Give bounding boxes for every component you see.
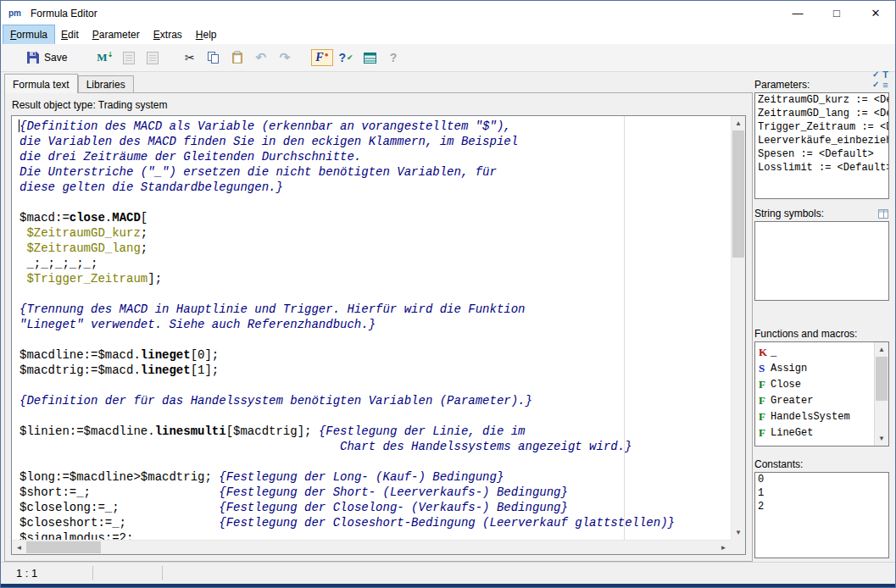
menu-item-parameter[interactable]: Parameter bbox=[86, 25, 147, 44]
constant-item[interactable]: 2 bbox=[755, 500, 888, 513]
function-item[interactable]: K_ bbox=[755, 344, 874, 360]
toolbar: Save M⇣ ✂ bbox=[1, 44, 895, 72]
tab-strip: Formula text Libraries bbox=[4, 74, 754, 92]
save-label: Save bbox=[44, 52, 67, 64]
functions-scrollbar[interactable]: ▲ ▼ bbox=[874, 342, 888, 446]
parameter-item[interactable]: Trigger_Zeitraum := <Default> bbox=[755, 120, 888, 134]
save-button[interactable]: Save bbox=[23, 47, 70, 69]
maximize-button[interactable]: □ bbox=[817, 1, 856, 25]
scroll-left-arrow-icon[interactable]: ◄ bbox=[12, 541, 26, 554]
editor-vertical-scrollbar[interactable]: ▲ ▼ bbox=[731, 116, 745, 540]
functions-scroll-thumb[interactable] bbox=[876, 357, 888, 401]
scroll-up-arrow-icon[interactable]: ▲ bbox=[732, 116, 745, 130]
insert-doc-icon-disabled bbox=[123, 52, 135, 64]
library-grid-icon bbox=[364, 53, 376, 64]
function-item-label: Close bbox=[771, 379, 801, 391]
functions-scroll-down-icon[interactable]: ▼ bbox=[875, 431, 888, 446]
window-controls: — □ ✕ bbox=[778, 1, 895, 25]
parameters-text-icon[interactable]: T≡ bbox=[882, 69, 888, 90]
status-separator bbox=[92, 566, 93, 580]
help-button: ? bbox=[383, 47, 404, 69]
formula-editor-window: pm Formula Editor — □ ✕ FormulaEditParam… bbox=[0, 0, 896, 588]
function-item[interactable]: FHandelsSystem bbox=[755, 408, 874, 424]
app-icon: pm bbox=[8, 8, 25, 18]
formula-check-button[interactable]: F● bbox=[311, 47, 332, 69]
status-separator bbox=[162, 566, 163, 580]
functions-list-items: K_SAssignFCloseFGreaterFHandelsSystemFLi… bbox=[755, 342, 874, 446]
scrollbar-corner bbox=[731, 540, 745, 554]
tab-area: Formula text Libraries Result object typ… bbox=[1, 72, 754, 562]
paste-button[interactable] bbox=[226, 47, 248, 69]
horizontal-scroll-track[interactable] bbox=[26, 541, 716, 554]
syntax-check-button[interactable]: ?✔ bbox=[336, 47, 357, 69]
function-item[interactable]: FClose bbox=[755, 376, 874, 392]
parameter-item[interactable]: Losslimit := <Default> bbox=[755, 161, 888, 175]
scroll-right-arrow-icon[interactable]: ► bbox=[716, 541, 731, 554]
paste-icon bbox=[231, 51, 243, 64]
parameter-item[interactable]: ZeitraumGD_lang := <Default> bbox=[755, 107, 888, 120]
text-caret bbox=[19, 119, 19, 132]
status-bar: 1 : 1 bbox=[1, 562, 895, 584]
editor-horizontal-scrollbar[interactable]: ◄ ► bbox=[12, 540, 731, 554]
menu-item-formula[interactable]: Formula bbox=[3, 25, 54, 44]
syntax-question-icon: ? bbox=[338, 51, 346, 64]
function-item[interactable]: SAssign bbox=[755, 360, 874, 376]
title-bar: pm Formula Editor — □ ✕ bbox=[1, 1, 895, 25]
macro-button[interactable]: M⇣ bbox=[94, 47, 115, 69]
parameters-check-icon[interactable]: ✓✓ bbox=[872, 69, 879, 90]
cut-button[interactable]: ✂ bbox=[179, 47, 200, 69]
editor-content[interactable]: {Definition des MACD als Variable (erken… bbox=[12, 116, 731, 540]
check-mark-icon: ✔ bbox=[347, 53, 353, 62]
scroll-down-arrow-icon[interactable]: ▼ bbox=[732, 525, 745, 540]
window-bottom-edge bbox=[1, 584, 895, 587]
parameters-list[interactable]: ZeitraumGD_kurz := <Default>ZeitraumGD_l… bbox=[754, 92, 889, 199]
parameter-item[interactable]: ZeitraumGD_kurz := <Default> bbox=[755, 93, 888, 107]
copy-button[interactable] bbox=[203, 47, 224, 69]
function-type-icon: F bbox=[759, 410, 771, 424]
redo-icon: ↷ bbox=[280, 50, 291, 65]
formula-tab-page: Result object type: Trading system {Defi… bbox=[4, 92, 753, 562]
horizontal-scroll-thumb[interactable] bbox=[26, 541, 101, 553]
copy-icon bbox=[208, 52, 220, 64]
result-object-type-label: Result object type: Trading system bbox=[5, 93, 752, 115]
scissors-icon: ✂ bbox=[185, 51, 195, 64]
function-type-icon: S bbox=[759, 362, 771, 375]
menu-bar: FormulaEditParameterExtrasHelp bbox=[1, 25, 895, 44]
constants-list[interactable]: 012 bbox=[754, 472, 889, 558]
constant-item[interactable]: 0 bbox=[755, 473, 888, 486]
parameter-item[interactable]: Leerverkäufe_einbeziehen := <Default> bbox=[755, 134, 888, 147]
functions-scroll-up-icon[interactable]: ▲ bbox=[875, 342, 888, 357]
close-button[interactable]: ✕ bbox=[856, 1, 895, 25]
redo-button: ↷ bbox=[274, 47, 295, 69]
tab-libraries[interactable]: Libraries bbox=[78, 75, 134, 92]
insert-parameter-button bbox=[142, 47, 163, 69]
string-symbols-label: String symbols: bbox=[754, 208, 824, 219]
constants-label: Constants: bbox=[754, 458, 803, 470]
menu-item-help[interactable]: Help bbox=[189, 25, 224, 44]
undo-icon: ↶ bbox=[256, 50, 267, 65]
function-item[interactable]: FLineGet bbox=[755, 424, 874, 441]
minimize-button[interactable]: — bbox=[778, 1, 817, 25]
margin-guide-line bbox=[624, 116, 625, 540]
function-f-icon: F● bbox=[311, 49, 332, 66]
function-type-icon: K bbox=[759, 346, 771, 359]
functions-list[interactable]: K_SAssignFCloseFGreaterFHandelsSystemFLi… bbox=[754, 341, 889, 447]
function-item-label: LineGet bbox=[771, 427, 813, 439]
function-item[interactable]: FGreater bbox=[755, 392, 874, 408]
help-icon-disabled: ? bbox=[390, 51, 398, 64]
menu-item-extras[interactable]: Extras bbox=[147, 25, 189, 44]
tab-formula-text[interactable]: Formula text bbox=[4, 74, 78, 93]
string-symbols-list[interactable] bbox=[754, 221, 889, 301]
functions-macros-label: Functions and macros: bbox=[754, 328, 857, 340]
functions-scroll-track[interactable] bbox=[875, 357, 888, 431]
constant-item[interactable]: 1 bbox=[755, 486, 888, 500]
side-panel: Parameters: ✓✓ T≡ ZeitraumGD_kurz := <De… bbox=[754, 72, 895, 562]
formula-editor-frame: {Definition des MACD als Variable (erken… bbox=[11, 115, 746, 555]
menu-item-edit[interactable]: Edit bbox=[54, 25, 86, 44]
main-area: Formula text Libraries Result object typ… bbox=[1, 72, 895, 562]
string-symbols-grid-icon[interactable] bbox=[878, 209, 888, 219]
library-button[interactable] bbox=[359, 47, 381, 69]
vertical-scroll-track[interactable] bbox=[732, 130, 745, 525]
parameter-item[interactable]: Spesen := <Default> bbox=[755, 147, 888, 161]
vertical-scroll-thumb[interactable] bbox=[732, 130, 744, 258]
